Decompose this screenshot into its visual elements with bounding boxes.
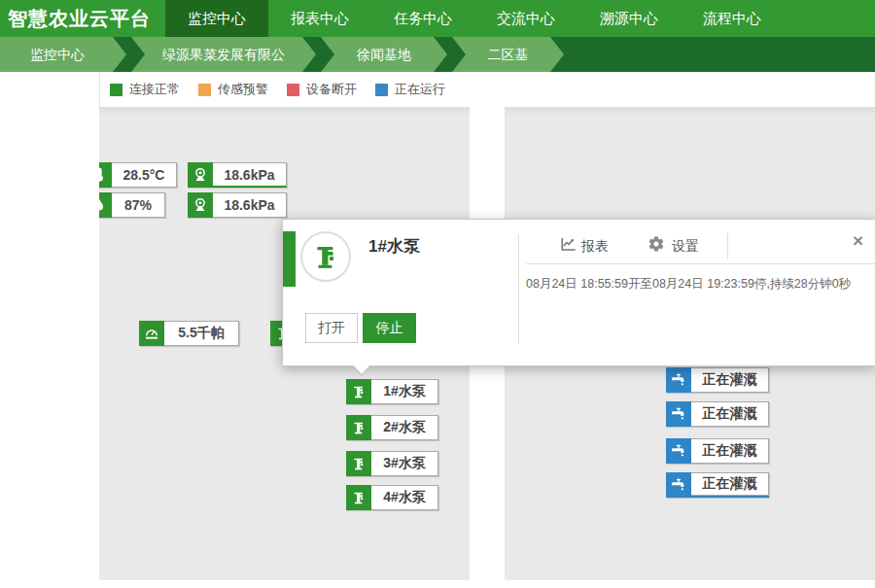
pump-icon [346,415,371,440]
temperature-icon [99,162,112,188]
pump-icon [346,451,371,476]
gauge-icon [139,321,164,346]
irrigation-tag-2[interactable]: 正在灌溉 [666,401,769,427]
faucet-icon [666,401,691,427]
irrigation-label: 正在灌溉 [691,367,769,393]
pressure-sensor-icon [188,192,213,218]
legend-swatch-red [287,84,299,96]
popup-actions-divider [727,233,728,259]
pump-detail-popup: 1#水泵 打开 停止 报表 设置 × 08月24日 18:55:59开至08月2… [282,219,875,366]
nav-item-report-center[interactable]: 报表中心 [268,0,371,37]
legend-swatch-green [110,84,122,96]
faucet-icon [666,438,691,464]
popup-vertical-divider [518,234,519,343]
popup-title: 1#水泵 [368,235,420,258]
nav-item-task-center[interactable]: 任务中心 [371,0,474,37]
stop-button[interactable]: 停止 [363,313,416,343]
legend-item-connected: 连接正常 [110,81,180,98]
pump-label: 3#水泵 [371,451,438,476]
pump-tag-2[interactable]: 2#水泵 [346,415,438,440]
pressure-sensor-icon [188,162,213,188]
legend-swatch-blue [375,84,388,96]
humidity-sensor-tag[interactable]: 87% [99,192,165,218]
irrigation-label: 正在灌溉 [691,401,769,427]
pump-run-status-text: 08月24日 18:55:59开至08月24日 19:23:59停,持续28分钟… [526,276,851,293]
faucet-icon [666,472,691,498]
humidity-icon [99,192,112,218]
nav-item-process-center[interactable]: 流程中心 [681,0,784,37]
page: 智慧农业云平台 监控中心 报表中心 任务中心 交流中心 溯源中心 流程中心 监控… [0,0,875,588]
popup-horizontal-divider [526,263,875,264]
report-button[interactable]: 报表 [581,238,609,256]
irrigation-label: 正在灌溉 [691,438,769,464]
breadcrumb-item-company[interactable]: 绿源果菜发展有限公司 [131,37,316,72]
close-icon[interactable]: × [853,231,863,250]
faucet-icon [666,367,691,393]
breadcrumb-item-base[interactable]: 徐闻基地 [321,37,447,72]
legend-item-sensor-warning: 传感预警 [198,81,268,98]
breadcrumb: 监控中心 绿源果菜发展有限公司 徐闻基地 二区基地 [0,37,875,72]
irrigation-label: 正在灌溉 [691,472,769,496]
kilopascal-gauge-tag[interactable]: 5.5千帕 [139,321,239,346]
app-title: 智慧农业云平台 [0,0,165,37]
pump-tag-3[interactable]: 3#水泵 [346,451,438,476]
breadcrumb-item-zone[interactable]: 二区基地 [452,37,564,72]
temperature-value: 28.5°C [112,162,177,188]
pump-label: 1#水泵 [371,379,438,404]
pump-label: 4#水泵 [371,485,438,510]
settings-button[interactable]: 设置 [672,238,699,256]
irrigation-tag-3[interactable]: 正在灌溉 [666,438,769,464]
irrigation-tag-1[interactable]: 正在灌溉 [666,367,769,393]
gear-icon[interactable] [648,235,665,257]
pressure-value-2: 18.6kPa [213,192,287,218]
status-legend: 连接正常 传感预警 设备断开 正在运行 [99,72,875,107]
gauge-value: 5.5千帕 [164,321,239,346]
pump-tag-1[interactable]: 1#水泵 [346,379,438,404]
report-chart-icon[interactable] [560,235,578,257]
pump-avatar [300,231,351,282]
breadcrumb-item-monitor[interactable]: 监控中心 [0,37,126,72]
pump-tag-4[interactable]: 4#水泵 [346,485,438,510]
temperature-sensor-tag[interactable]: 28.5°C [99,162,177,188]
pump-label: 2#水泵 [371,415,438,440]
top-navbar: 智慧农业云平台 监控中心 报表中心 任务中心 交流中心 溯源中心 流程中心 [0,0,875,37]
pump-icon [346,379,371,404]
pressure-sensor-tag-1[interactable]: 18.6kPa [188,162,287,188]
pump-icon [346,485,371,510]
humidity-value: 87% [112,192,165,218]
nav-item-communication-center[interactable]: 交流中心 [474,0,578,37]
popup-accent-bar [283,231,296,287]
legend-swatch-orange [198,84,211,96]
open-button[interactable]: 打开 [305,313,358,343]
nav-item-traceability-center[interactable]: 溯源中心 [578,0,681,37]
pressure-value-1: 18.6kPa [213,162,287,188]
irrigation-tag-4[interactable]: 正在灌溉 [666,472,769,498]
pressure-sensor-tag-2[interactable]: 18.6kPa [188,192,287,218]
legend-item-running: 正在运行 [375,81,445,98]
nav-item-monitor-center[interactable]: 监控中心 [165,0,268,37]
legend-item-disconnected: 设备断开 [287,81,357,98]
